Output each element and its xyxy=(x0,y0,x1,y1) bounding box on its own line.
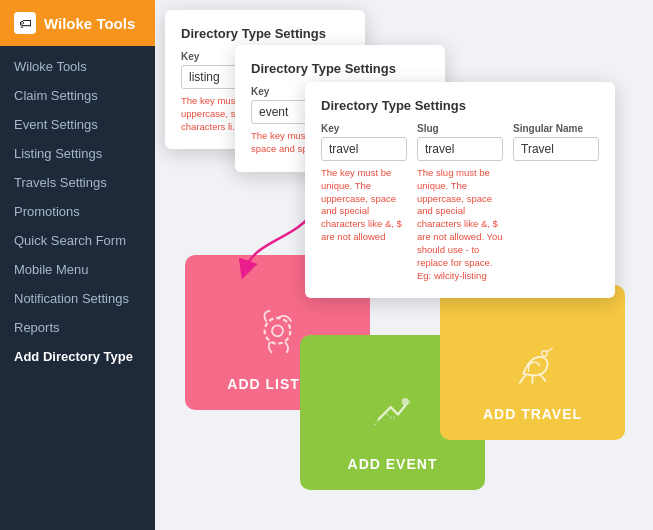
event-card-icon xyxy=(365,387,420,446)
dialog3-title: Directory Type Settings xyxy=(321,98,599,113)
dialog3-key-helper: The key must be unique. The uppercase, s… xyxy=(321,167,407,244)
dialog3-key-col: Key The key must be unique. The uppercas… xyxy=(321,123,407,282)
sidebar-item-reports[interactable]: Reports xyxy=(0,313,155,342)
sidebar-item-event-settings[interactable]: Event Settings xyxy=(0,110,155,139)
main-content: ADD LISTING ADD EVENT ADD TRAVEL xyxy=(155,0,653,530)
dialog3-slug-label: Slug xyxy=(417,123,503,134)
sidebar-item-notification-settings[interactable]: Notification Settings xyxy=(0,284,155,313)
dialog3-slug-helper: The slug must be unique. The uppercase, … xyxy=(417,167,503,282)
sidebar-item-promotions[interactable]: Promotions xyxy=(0,197,155,226)
dialog3-singular-col: Singular Name xyxy=(513,123,599,282)
dialog3-slug-col: Slug The slug must be unique. The upperc… xyxy=(417,123,503,282)
dialog3-key-label: Key xyxy=(321,123,407,134)
sidebar-item-quick-search[interactable]: Quick Search Form xyxy=(0,226,155,255)
add-event-label: ADD EVENT xyxy=(348,456,438,472)
sidebar-header-title: Wiloke Tools xyxy=(44,15,135,32)
sidebar-nav: Wiloke Tools Claim Settings Event Settin… xyxy=(0,46,155,377)
sidebar-item-listing-settings[interactable]: Listing Settings xyxy=(0,139,155,168)
svg-point-0 xyxy=(265,318,291,344)
sidebar-item-wiloke-tools[interactable]: Wiloke Tools xyxy=(0,52,155,81)
dialog3-singular-input[interactable] xyxy=(513,137,599,161)
svg-point-1 xyxy=(272,325,283,336)
add-travel-label: ADD TRAVEL xyxy=(483,406,582,422)
sidebar-item-claim-settings[interactable]: Claim Settings xyxy=(0,81,155,110)
dialog3-fields: Key The key must be unique. The uppercas… xyxy=(321,123,599,282)
dialog1-title: Directory Type Settings xyxy=(181,26,349,41)
dialog3-singular-label: Singular Name xyxy=(513,123,599,134)
add-travel-card[interactable]: ADD TRAVEL xyxy=(440,285,625,440)
travel-card-icon xyxy=(505,337,560,396)
sidebar: 🏷 Wiloke Tools Wiloke Tools Claim Settin… xyxy=(0,0,155,530)
dialog2-title: Directory Type Settings xyxy=(251,61,429,76)
svg-point-3 xyxy=(542,351,548,357)
dialog3-key-input[interactable] xyxy=(321,137,407,161)
wiloke-logo-icon: 🏷 xyxy=(14,12,36,34)
dialog3-slug-input[interactable] xyxy=(417,137,503,161)
sidebar-item-mobile-menu[interactable]: Mobile Menu xyxy=(0,255,155,284)
sidebar-item-add-directory-type[interactable]: Add Directory Type xyxy=(0,342,155,371)
dialog-travel: Directory Type Settings Key The key must… xyxy=(305,82,615,298)
sidebar-item-travels-settings[interactable]: Travels Settings xyxy=(0,168,155,197)
sidebar-header[interactable]: 🏷 Wiloke Tools xyxy=(0,0,155,46)
listing-card-icon xyxy=(250,307,305,366)
